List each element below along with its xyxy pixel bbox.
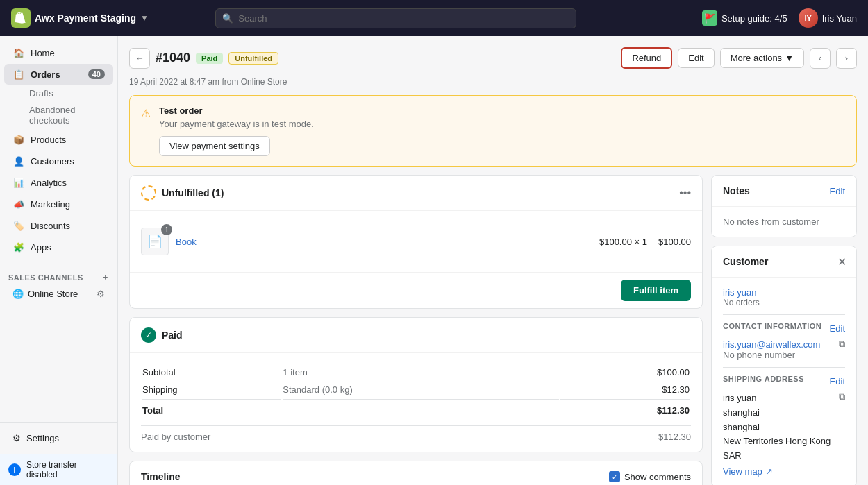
unfulfilled-title: Unfulfilled (1) [162,187,224,198]
store-dropdown-icon[interactable]: ▼ [140,13,149,23]
store-logo[interactable]: Awx Payment Staging ▼ [11,8,149,28]
sidebar-item-orders[interactable]: 📋 Orders 40 [4,64,113,85]
notes-edit-link[interactable]: Edit [830,186,845,196]
sidebar-item-discounts[interactable]: 🏷️ Discounts [4,215,113,236]
fulfill-item-button[interactable]: Fulfill item [621,280,691,301]
product-row: 📄 1 Book $100.00 × 1 $100.00 [141,221,691,262]
info-icon: i [8,463,21,476]
prev-order-button[interactable]: ‹ [810,48,831,69]
online-store-icon: 🌐 [12,289,24,299]
more-actions-button[interactable]: More actions ▼ [720,48,804,68]
copy-email-icon[interactable]: ⧉ [839,339,845,350]
shipping-section-label: Shipping Address [723,375,804,383]
user-menu[interactable]: IY Iris Yuan [799,8,857,28]
product-unit-price: $100.00 × 1 [599,237,647,247]
customer-card: Customer ✕ iris yuan No orders Contact I… [711,246,857,485]
total-amount: $112.30 [560,399,690,418]
discounts-icon: 🏷️ [12,219,25,232]
sidebar-item-marketing[interactable]: 📣 Marketing [4,194,113,214]
show-comments-label: Show comments [624,472,691,482]
sidebar-item-drafts[interactable]: Drafts [29,85,113,101]
external-link-icon: ↗ [765,466,773,477]
sidebar-item-online-store[interactable]: 🌐 Online Store ⚙ [4,286,113,302]
shipping-edit-link[interactable]: Edit [830,376,845,386]
shopify-logo-icon [11,8,31,28]
unfulfilled-more-icon[interactable]: ••• [679,187,691,199]
product-thumbnail: 📄 1 [141,228,169,255]
edit-button[interactable]: Edit [678,48,714,68]
subtotal-items: 1 item [283,364,559,380]
search-bar[interactable]: 🔍 [215,8,576,28]
online-store-settings-icon[interactable]: ⚙ [97,289,105,299]
no-phone-label: No phone number [723,350,845,360]
customer-email[interactable]: iris.yuan@airwallex.com [723,339,820,350]
view-map-link[interactable]: View map ↗ [723,466,845,477]
sidebar-item-abandoned-checkouts[interactable]: Abandoned checkouts [29,102,113,128]
refund-button[interactable]: Refund [621,47,672,69]
next-order-button[interactable]: › [836,48,857,69]
contact-divider [723,314,845,315]
topbar-right: 🚩 Setup guide: 4/5 IY Iris Yuan [702,8,857,28]
back-button[interactable]: ← [129,48,150,69]
product-qty-badge: 1 [161,224,172,235]
notes-header: Notes Edit [712,176,856,207]
more-actions-chevron-icon: ▼ [785,53,794,63]
show-comments-toggle[interactable]: Show comments [609,471,691,482]
sidebar-item-apps[interactable]: 🧩 Apps [4,237,113,257]
paid-card: Paid Subtotal 1 item $100.00 Shipping St [129,317,703,452]
add-sales-channel-button[interactable]: ＋ [101,272,110,282]
sidebar-label-analytics: Analytics [31,178,67,188]
copy-address-icon[interactable]: ⧉ [839,391,845,402]
customer-close-button[interactable]: ✕ [837,255,846,269]
show-comments-checkbox[interactable] [609,471,620,482]
setup-guide-label: Setup guide: 4/5 [721,13,787,24]
notes-body: No notes from customer [712,207,856,237]
home-icon: 🏠 [12,46,25,59]
customer-name-link[interactable]: iris yuan [723,287,845,298]
product-line-total: $100.00 [658,237,691,247]
timeline-card: Timeline Show comments [129,461,703,485]
unfulfilled-card: Unfulfilled (1) ••• 📄 1 Book $100.00 × 1 [129,175,703,309]
shipping-desc: Standard (0.0 kg) [283,382,559,398]
sidebar-label-customers: Customers [31,156,74,167]
warning-description: Your payment gateway is in test mode. [159,119,845,129]
sales-channels-section: Sales channels ＋ [0,264,117,285]
subtotal-amount: $100.00 [560,364,690,380]
customer-body: iris yuan No orders Contact Information … [712,278,856,485]
setup-flag-icon: 🚩 [702,10,717,26]
setup-guide[interactable]: 🚩 Setup guide: 4/5 [702,10,787,26]
main-content: ← #1040 Paid Unfulfilled Refund Edit Mor… [118,36,868,485]
notes-title: Notes [723,185,750,196]
sidebar-item-settings[interactable]: ⚙ Settings [4,429,113,448]
view-payment-settings-button[interactable]: View payment settings [159,136,270,156]
fulfill-btn-row: Fulfill item [130,272,702,308]
sidebar-item-analytics[interactable]: 📊 Analytics [4,172,113,193]
customer-section-title: Customer [723,256,768,267]
paid-body: Subtotal 1 item $100.00 Shipping Standar… [130,353,702,452]
total-row: Total $112.30 [142,399,690,418]
product-price: $100.00 × 1 $100.00 [599,237,691,247]
right-column: Notes Edit No notes from customer Custom… [711,175,857,485]
paid-header: Paid [130,318,702,353]
customer-orders-label: No orders [723,298,845,307]
paid-by-label: Paid by customer [141,432,210,442]
products-icon: 📦 [12,133,25,146]
sidebar-item-customers[interactable]: 👤 Customers [4,151,113,171]
paid-by-amount: $112.30 [658,432,691,442]
search-input[interactable] [215,8,576,28]
contact-edit-link[interactable]: Edit [830,323,845,334]
product-name-link[interactable]: Book [176,237,197,247]
analytics-icon: 📊 [12,176,25,189]
sidebar-item-products[interactable]: 📦 Products [4,129,113,150]
shipping-address: iris yuan shanghai shanghai New Territor… [723,391,839,463]
settings-icon: ⚙ [12,433,21,443]
paid-by-row: Paid by customer $112.30 [141,425,691,442]
warning-content: Test order Your payment gateway is in te… [159,105,845,156]
sidebar-item-home[interactable]: 🏠 Home [4,42,113,63]
timeline-header: Timeline Show comments [130,461,702,485]
unfulfilled-status-icon [141,185,156,201]
subtotal-row: Subtotal 1 item $100.00 [142,364,690,380]
search-icon: 🔍 [222,13,233,24]
unfulfilled-body: 📄 1 Book $100.00 × 1 $100.00 [130,211,702,272]
sidebar: 🏠 Home 📋 Orders 40 Drafts Abandoned chec… [0,36,118,485]
